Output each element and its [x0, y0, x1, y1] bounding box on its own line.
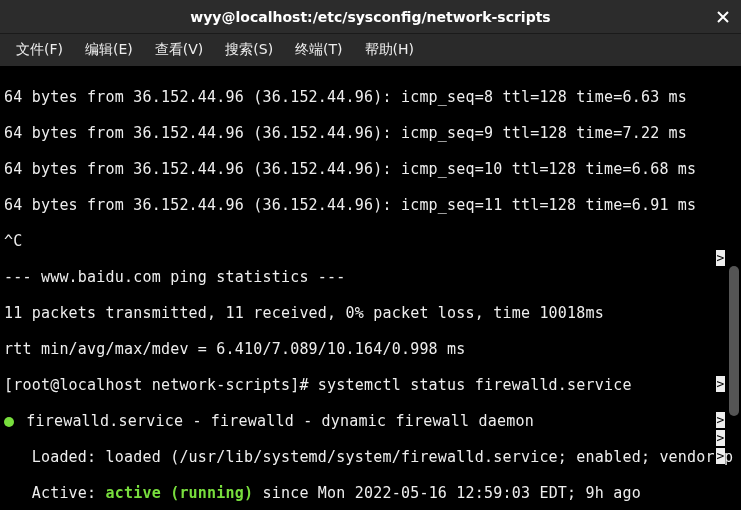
service-active: Active: active (running) since Mon 2022-… — [4, 484, 737, 502]
service-loaded: Loaded: loaded (/usr/lib/systemd/system/… — [4, 448, 737, 466]
ping-line: ^C — [4, 232, 737, 250]
prompt-line: [root@localhost network-scripts]# system… — [4, 376, 737, 394]
menu-file[interactable]: 文件(F) — [6, 37, 73, 63]
terminal-output[interactable]: 64 bytes from 36.152.44.96 (36.152.44.96… — [0, 66, 741, 510]
menubar: 文件(F) 编辑(E) 查看(V) 搜索(S) 终端(T) 帮助(H) — [0, 34, 741, 66]
overflow-indicator-icon: > — [716, 412, 725, 428]
overflow-indicator-icon: > — [716, 430, 725, 446]
overflow-indicator-icon: > — [716, 376, 725, 392]
status-dot-icon — [4, 417, 14, 427]
ping-line: 64 bytes from 36.152.44.96 (36.152.44.96… — [4, 88, 737, 106]
ping-stats: 11 packets transmitted, 11 received, 0% … — [4, 304, 737, 322]
ping-stats: rtt min/avg/max/mdev = 6.410/7.089/10.16… — [4, 340, 737, 358]
ping-line: 64 bytes from 36.152.44.96 (36.152.44.96… — [4, 196, 737, 214]
active-running: active (running) — [106, 484, 254, 502]
menu-help[interactable]: 帮助(H) — [355, 37, 424, 63]
overflow-indicator-icon: > — [716, 250, 725, 266]
menu-terminal[interactable]: 终端(T) — [285, 37, 352, 63]
ping-stats: --- www.baidu.com ping statistics --- — [4, 268, 737, 286]
menu-view[interactable]: 查看(V) — [145, 37, 214, 63]
close-icon[interactable] — [713, 7, 733, 27]
window-title: wyy@localhost:/etc/sysconfig/network-scr… — [190, 9, 550, 25]
ping-line: 64 bytes from 36.152.44.96 (36.152.44.96… — [4, 160, 737, 178]
ping-line: 64 bytes from 36.152.44.96 (36.152.44.96… — [4, 124, 737, 142]
scrollbar[interactable] — [729, 266, 739, 416]
service-title: firewalld.service - firewalld - dynamic … — [4, 412, 737, 430]
overflow-indicator-icon: > — [716, 448, 725, 464]
menu-search[interactable]: 搜索(S) — [215, 37, 283, 63]
menu-edit[interactable]: 编辑(E) — [75, 37, 143, 63]
titlebar: wyy@localhost:/etc/sysconfig/network-scr… — [0, 0, 741, 34]
